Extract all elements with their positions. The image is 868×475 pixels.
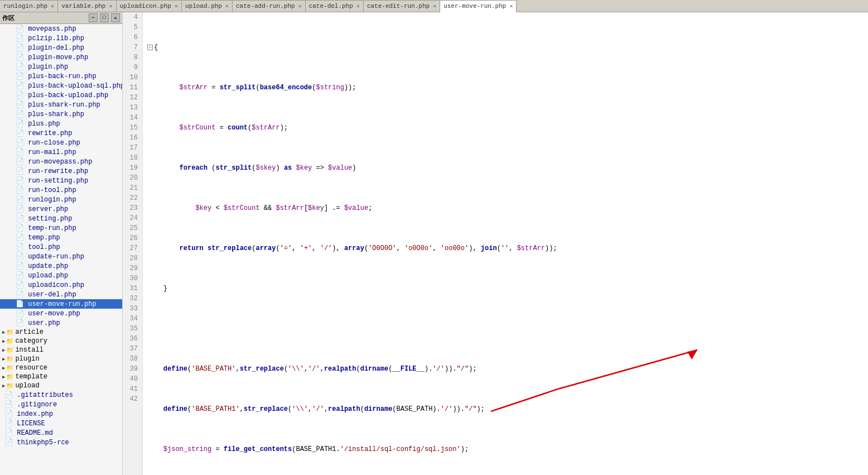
folder-template-label: template	[15, 373, 47, 381]
tab-uploadicon[interactable]: uploadicon.php ✕	[117, 0, 182, 12]
sidebar-file-plus-back-upload-sql[interactable]: 📄 plus-back-upload-sql.php	[0, 81, 122, 90]
tab-cate-del-label: cate-del.php	[309, 3, 353, 9]
sidebar-folder-category[interactable]: ▶ 📁 category	[0, 337, 122, 346]
sidebar-file-plus-shark-run[interactable]: 📄 plus-shark-run.php	[0, 100, 122, 109]
sidebar-file-server[interactable]: 📄 server.php	[0, 204, 122, 214]
sidebar-file-uploadicon[interactable]: 📄 uploadicon.php	[0, 280, 122, 290]
tab-runlogin-close[interactable]: ✕	[51, 3, 54, 9]
sidebar-file-tool[interactable]: 📄 tool.php	[0, 242, 122, 252]
sidebar-file-run-setting[interactable]: 📄 run-setting.php	[0, 176, 122, 185]
sidebar-folder-template[interactable]: ▶ 📁 template	[0, 372, 122, 381]
line-num-23: 23	[127, 203, 138, 213]
sidebar-file-setting[interactable]: 📄 setting.php	[0, 214, 122, 223]
line-num-27: 27	[127, 243, 138, 253]
code-line-9: return str_replace(array('=', '+', '/'),…	[147, 243, 864, 253]
tab-runlogin[interactable]: runlogin.php ✕	[0, 0, 58, 12]
line-num-14: 14	[127, 113, 138, 123]
sidebar-folder-resource[interactable]: ▶ 📁 resource	[0, 363, 122, 372]
sidebar-maximize-icon[interactable]: □	[100, 13, 109, 22]
code-line-13: define('BASE_PATH1',str_replace('\\','/'…	[147, 404, 864, 414]
line-num-7: 7	[127, 42, 138, 52]
line-num-17: 17	[127, 143, 138, 153]
sidebar-file-plus-back-run[interactable]: 📄 plus-back-run.php	[0, 71, 122, 81]
sidebar-file-user-del[interactable]: 📄 user-del.php	[0, 290, 122, 299]
sidebar-file-run-movepass[interactable]: 📄 run-movepass.php	[0, 157, 122, 166]
code-line-4: −{	[147, 42, 864, 52]
sidebar-file-plus[interactable]: 📄 plus.php	[0, 119, 122, 128]
sidebar-file-readme[interactable]: 📄 README.md	[0, 428, 122, 438]
sidebar-file-gitignore[interactable]: 📄 .gitignore	[0, 400, 122, 409]
sidebar-file-update-run[interactable]: 📄 update-run.php	[0, 252, 122, 261]
folder-category-label: category	[15, 337, 47, 345]
sidebar-folder-plugin[interactable]: ▶ 📁 plugin	[0, 354, 122, 363]
sidebar-file-run-mail[interactable]: 📄 run-mail.php	[0, 147, 122, 157]
sidebar-file-plugin-move[interactable]: 📄 plugin-move.php	[0, 52, 122, 62]
sidebar-file-rewrite[interactable]: 📄 rewrite.php	[0, 128, 122, 138]
sidebar-file-user-move[interactable]: 📄 user-move.php	[0, 309, 122, 318]
tab-variable-close[interactable]: ✕	[109, 3, 112, 9]
tab-upload[interactable]: upload.php ✕	[182, 0, 233, 12]
folder-upload-label: upload	[15, 382, 39, 390]
tab-cate-del-close[interactable]: ✕	[356, 3, 360, 9]
sidebar-file-run-close[interactable]: 📄 run-close.php	[0, 138, 122, 147]
folder-list: ▶ 📁 article ▶ 📁 category ▶ 📁 install ▶ �	[0, 328, 122, 447]
tab-upload-close[interactable]: ✕	[225, 3, 229, 9]
sidebar-file-user[interactable]: 📄 user.php	[0, 318, 122, 328]
line-num-18: 18	[127, 153, 138, 163]
line-num-32: 32	[127, 294, 138, 304]
sidebar-minimize-icon[interactable]: −	[89, 13, 98, 22]
sidebar-file-license[interactable]: 📄 LICENSE	[0, 419, 122, 428]
sidebar-file-pclzip[interactable]: 📄 pclzip.lib.php	[0, 33, 122, 43]
sidebar-folder-install[interactable]: ▶ 📁 install	[0, 346, 122, 354]
tab-user-move-run[interactable]: user-move-run.php ✕	[440, 0, 517, 12]
tab-variable[interactable]: variable.php ✕	[58, 0, 116, 12]
sidebar-file-plus-shark[interactable]: 📄 plus-shark.php	[0, 109, 122, 119]
sidebar-file-user-move-run[interactable]: 📄 user-move-run.php	[0, 299, 122, 309]
code-lines: −{ $strArr = str_split(base64_encode($st…	[143, 12, 868, 475]
fold-4[interactable]: −	[147, 45, 153, 50]
sidebar-folder-upload[interactable]: ▶ 📁 upload	[0, 381, 122, 390]
sidebar-file-update[interactable]: 📄 update.php	[0, 261, 122, 271]
sidebar-file-temp-run[interactable]: 📄 temp-run.php	[0, 223, 122, 233]
tab-variable-label: variable.php	[61, 3, 105, 9]
sidebar-file-thinkphp5[interactable]: 📄 thinkphp5-rce	[0, 438, 122, 447]
tab-cate-add-run-close[interactable]: ✕	[298, 3, 302, 9]
sidebar-file-index[interactable]: 📄 index.php	[0, 409, 122, 419]
line-num-33: 33	[127, 304, 138, 314]
sidebar-file-run-tool[interactable]: 📄 run-tool.php	[0, 185, 122, 195]
sidebar-close-icon[interactable]: ✕	[111, 13, 120, 22]
line-num-11: 11	[127, 83, 138, 93]
folder-article-label: article	[15, 328, 43, 336]
editor-area[interactable]: 4 5 6 7 8 9 10 11 12 13 14 15 16 17 18 1…	[123, 12, 868, 475]
tab-cate-edit-run-close[interactable]: ✕	[433, 3, 436, 9]
tab-runlogin-label: runlogin.php	[3, 3, 47, 9]
folder-collapse-icon-res: ▶	[2, 365, 5, 371]
line-num-16: 16	[127, 133, 138, 143]
tab-uploadicon-close[interactable]: ✕	[175, 3, 178, 9]
sidebar: 作区 − □ ✕ 📄 movepass.php 📄 pclzip.lib.php…	[0, 12, 123, 475]
line-num-34: 34	[127, 314, 138, 324]
sidebar-file-movepass[interactable]: 📄 movepass.php	[0, 24, 122, 33]
sidebar-file-plugin[interactable]: 📄 plugin.php	[0, 62, 122, 71]
folder-collapse-icon-ins: ▶	[2, 347, 5, 353]
tab-cate-edit-run[interactable]: cate-edit-run.php ✕	[364, 0, 440, 12]
sidebar-file-upload[interactable]: 📄 upload.php	[0, 271, 122, 280]
line-num-19: 19	[127, 163, 138, 173]
sidebar-file-temp[interactable]: 📄 temp.php	[0, 233, 122, 242]
line-num-31: 31	[127, 284, 138, 294]
line-num-12: 12	[127, 93, 138, 103]
line-num-28: 28	[127, 253, 138, 263]
sidebar-file-gitattributes[interactable]: 📄 .gitattributes	[0, 390, 122, 400]
sidebar-file-plus-back-upload[interactable]: 📄 plus-back-upload.php	[0, 90, 122, 100]
tab-cate-add-run[interactable]: cate-add-run.php ✕	[233, 0, 306, 12]
sidebar-file-run-rewrite[interactable]: 📄 run-rewrite.php	[0, 166, 122, 176]
line-num-15: 15	[127, 123, 138, 133]
tab-cate-del[interactable]: cate-del.php ✕	[306, 0, 364, 12]
sidebar-file-plugin-del[interactable]: 📄 plugin-del.php	[0, 43, 122, 52]
sidebar-file-runlogin[interactable]: 📄 runlogin.php	[0, 195, 122, 204]
folder-resource-icon: 📁	[6, 364, 14, 372]
folder-upload-icon: 📁	[6, 382, 14, 390]
code-container: 4 5 6 7 8 9 10 11 12 13 14 15 16 17 18 1…	[123, 12, 868, 475]
tab-user-move-run-close[interactable]: ✕	[509, 3, 513, 9]
sidebar-folder-article[interactable]: ▶ 📁 article	[0, 328, 122, 337]
